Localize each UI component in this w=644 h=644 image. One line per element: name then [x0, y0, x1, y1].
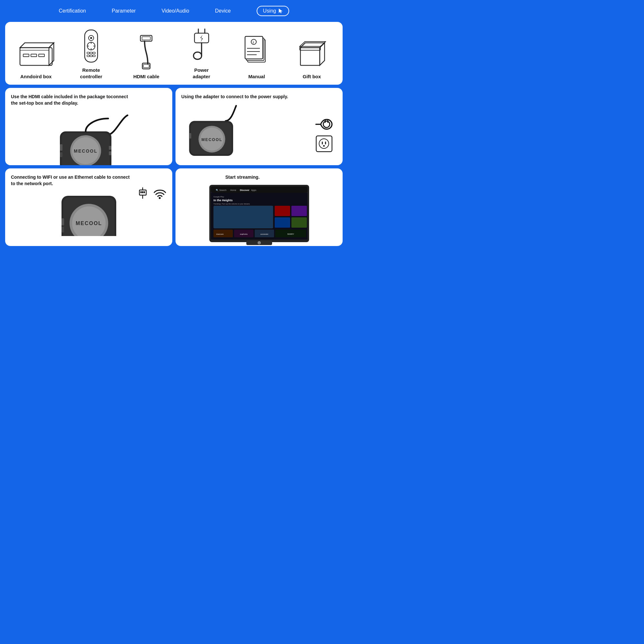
- svg-marker-3: [49, 43, 54, 65]
- step1-title: Use the HDMI cable included in the packa…: [11, 94, 133, 106]
- step1-card: Use the HDMI cable included in the packa…: [5, 88, 172, 165]
- svg-point-65: [323, 145, 325, 147]
- svg-rect-69: [144, 191, 145, 193]
- hdmi-icon: [133, 35, 159, 70]
- svg-rect-20: [90, 55, 92, 57]
- item-power-label: Power adapter: [193, 67, 210, 80]
- svg-text:In the Heights: In the Heights: [213, 199, 233, 202]
- item-remote-label: Remote controller: [80, 67, 102, 80]
- gift-box-icon: [297, 35, 326, 70]
- svg-text:Home: Home: [230, 189, 236, 191]
- ethernet-icon: [136, 186, 150, 199]
- svg-marker-2: [20, 43, 54, 48]
- svg-rect-61: [316, 136, 332, 152]
- nav-parameter[interactable]: Parameter: [112, 8, 136, 14]
- item-android-box-label: Anndoird box: [20, 73, 52, 80]
- step4-card: Start streaming. 🔍 Search Home Discover: [175, 168, 343, 246]
- svg-rect-57: [189, 133, 191, 138]
- svg-rect-68: [142, 191, 143, 193]
- android-box-icon: [17, 35, 55, 70]
- svg-rect-48: [60, 152, 62, 157]
- remote-icon: [80, 28, 102, 64]
- step4-title: Start streaming.: [181, 174, 304, 181]
- svg-text:MECOOL: MECOOL: [74, 148, 97, 154]
- svg-rect-95: [275, 206, 290, 216]
- svg-point-72: [159, 197, 161, 199]
- svg-rect-31: [245, 36, 263, 59]
- svg-text:Apps: Apps: [251, 189, 256, 192]
- svg-rect-79: [62, 227, 64, 232]
- svg-text:insecure: insecure: [216, 233, 223, 235]
- svg-point-10: [90, 37, 92, 39]
- svg-rect-8: [85, 30, 98, 62]
- item-hdmi-label: HDMI cable: [133, 73, 159, 80]
- svg-point-58: [323, 121, 330, 128]
- item-manual-label: Manual: [248, 73, 265, 80]
- item-android-box: Anndoird box: [8, 35, 63, 80]
- svg-rect-67: [140, 191, 142, 193]
- svg-text:succession: succession: [260, 233, 268, 235]
- step3-card: Connecting to WIFI or use an Ethernet ca…: [5, 168, 172, 246]
- svg-text:MECOOL: MECOOL: [75, 221, 102, 226]
- svg-rect-25: [143, 64, 149, 68]
- item-remote: Remote controller: [63, 28, 118, 80]
- svg-rect-6: [39, 54, 44, 57]
- svg-point-62: [319, 139, 329, 148]
- nav-device[interactable]: Device: [215, 8, 231, 14]
- svg-text:Trending | Turn up the volume : Trending | Turn up the volume on your dr…: [213, 203, 250, 205]
- svg-rect-17: [90, 52, 92, 54]
- item-giftbox-label: Gift box: [303, 73, 321, 80]
- wifi-icon: [153, 186, 167, 199]
- step3-title: Connecting to WIFI or use an Ethernet ca…: [11, 174, 133, 187]
- step1-image: MECOOL: [11, 109, 166, 165]
- svg-text:Google Play: Google Play: [213, 196, 224, 198]
- svg-rect-23: [142, 37, 150, 40]
- svg-text:BARRY: BARRY: [287, 233, 294, 235]
- svg-rect-5: [31, 54, 37, 57]
- item-manual: i Manual: [229, 35, 284, 80]
- svg-rect-18: [93, 52, 95, 54]
- power-adapter-icon: [189, 28, 214, 64]
- svg-rect-4: [23, 54, 29, 57]
- nav-using[interactable]: Using: [257, 6, 289, 16]
- svg-text:🔍 Search: 🔍 Search: [216, 189, 226, 192]
- svg-rect-93: [213, 206, 273, 228]
- svg-text:i: i: [253, 40, 254, 44]
- item-hdmi: HDMI cable: [119, 35, 174, 80]
- svg-rect-21: [93, 55, 95, 57]
- nav-certification[interactable]: Certification: [59, 8, 86, 14]
- svg-text:euphoria: euphoria: [240, 233, 248, 235]
- svg-rect-49: [109, 146, 111, 150]
- nav-video-audio[interactable]: Video/Audio: [162, 8, 189, 14]
- svg-rect-97: [275, 217, 290, 228]
- svg-text:Discover: Discover: [240, 189, 250, 191]
- svg-marker-0: [279, 9, 282, 13]
- svg-rect-47: [60, 144, 62, 151]
- items-row: Anndoird box: [5, 22, 343, 85]
- main-content: Anndoird box: [0, 19, 348, 249]
- svg-rect-96: [291, 206, 307, 216]
- steps-row-2: Connecting to WIFI or use an Ethernet ca…: [5, 168, 343, 246]
- step2-title: Using the adapter to connect to the powe…: [181, 94, 304, 100]
- manual-icon: i: [241, 35, 272, 70]
- item-power: Power adapter: [174, 28, 229, 80]
- svg-rect-78: [62, 218, 64, 225]
- item-giftbox: Gift box: [284, 35, 339, 80]
- svg-text:M: M: [259, 242, 260, 244]
- steps-row-1: Use the HDMI cable included in the packa…: [5, 88, 343, 165]
- svg-text:MECOOL: MECOOL: [201, 137, 222, 142]
- svg-rect-50: [109, 151, 111, 155]
- navigation: Certification Parameter Video/Audio Devi…: [0, 0, 348, 19]
- svg-rect-98: [291, 217, 307, 228]
- svg-rect-16: [87, 52, 90, 54]
- step2-card: Using the adapter to connect to the powe…: [175, 88, 343, 165]
- svg-rect-19: [87, 55, 90, 57]
- svg-rect-40: [300, 46, 320, 50]
- cursor-icon: [278, 8, 283, 14]
